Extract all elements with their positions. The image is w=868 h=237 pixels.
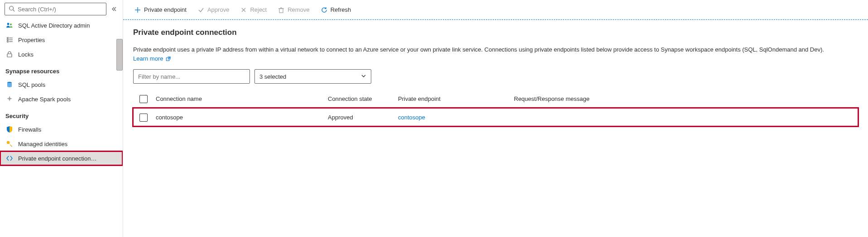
toolbar-label: Refresh — [331, 6, 351, 13]
main-content: Private endpoint Approve Reject Remove R… — [123, 0, 868, 237]
sql-icon — [5, 81, 14, 89]
sidebar-item-sql-ad-admin[interactable]: SQL Active Directory admin — [0, 18, 123, 33]
collapse-sidebar-button[interactable] — [109, 5, 118, 14]
sidebar-item-spark-pools[interactable]: Apache Spark pools — [0, 92, 123, 106]
properties-icon — [5, 36, 14, 44]
toolbar-label: Remove — [288, 6, 309, 13]
header-checkbox-cell — [133, 91, 154, 107]
sidebar-item-label: Firewalls — [18, 126, 41, 133]
search-box[interactable] — [5, 3, 106, 15]
plus-icon — [134, 6, 141, 14]
shield-icon — [5, 125, 14, 133]
sidebar-item-sql-pools[interactable]: SQL pools — [0, 77, 123, 92]
spark-icon — [5, 95, 14, 103]
endpoint-icon — [5, 154, 14, 162]
svg-point-6 — [7, 39, 9, 41]
search-icon — [9, 5, 15, 13]
sidebar-section-security: Security — [0, 106, 123, 122]
filter-state-select[interactable]: 3 selected — [254, 69, 371, 84]
filter-bar: 3 selected — [133, 69, 858, 84]
svg-point-2 — [7, 23, 10, 25]
sidebar-item-label: Apache Spark pools — [18, 96, 71, 103]
toolbar-label: Reject — [250, 6, 267, 13]
row-checkbox[interactable] — [139, 114, 148, 122]
sidebar-item-properties[interactable]: Properties — [0, 33, 123, 47]
svg-point-3 — [10, 24, 12, 25]
trash-icon — [278, 6, 285, 14]
sidebar-item-managed-identities[interactable]: Managed identities — [0, 137, 123, 151]
toolbar-label: Private endpoint — [144, 6, 187, 13]
header-connection-name[interactable]: Connection name — [154, 92, 326, 106]
check-icon — [197, 6, 205, 14]
toolbar-label: Approve — [207, 6, 229, 13]
key-icon — [5, 140, 14, 148]
people-icon — [5, 21, 14, 29]
remove-button[interactable]: Remove — [273, 4, 314, 16]
sidebar-item-firewalls[interactable]: Firewalls — [0, 122, 123, 137]
row-connection-name: contosope — [154, 110, 326, 124]
sidebar: SQL Active Directory admin Properties Lo… — [0, 0, 123, 237]
reject-button[interactable]: Reject — [235, 4, 271, 16]
svg-point-4 — [7, 38, 9, 39]
svg-rect-17 — [279, 9, 283, 13]
sidebar-section-resources: Synapse resources — [0, 62, 123, 77]
refresh-button[interactable]: Refresh — [316, 4, 356, 16]
page-title: Private endpoint connection — [133, 28, 858, 37]
learn-more-link[interactable]: Learn more — [133, 55, 171, 62]
filter-name-input-wrap[interactable] — [133, 69, 250, 84]
toolbar: Private endpoint Approve Reject Remove R… — [123, 0, 868, 20]
row-private-endpoint-link[interactable]: contosope — [396, 110, 512, 124]
filter-name-input[interactable] — [138, 73, 245, 80]
table-header-row: Connection name Connection state Private… — [133, 90, 858, 108]
svg-point-8 — [7, 41, 9, 43]
refresh-icon — [321, 6, 328, 14]
x-icon — [240, 6, 247, 14]
approve-button[interactable]: Approve — [193, 4, 234, 16]
description-text: Private endpoint uses a private IP addre… — [133, 46, 824, 53]
row-message — [512, 114, 858, 121]
lock-icon — [5, 50, 14, 58]
svg-point-0 — [10, 6, 14, 10]
svg-line-1 — [13, 9, 15, 11]
sidebar-item-label: SQL Active Directory admin — [18, 22, 90, 29]
sidebar-item-label: Managed identities — [18, 141, 67, 147]
header-private-endpoint[interactable]: Private endpoint — [396, 92, 512, 106]
filter-state-value: 3 selected — [259, 73, 286, 80]
add-private-endpoint-button[interactable]: Private endpoint — [129, 4, 191, 16]
sidebar-item-private-endpoint-connections[interactable]: Private endpoint connection… — [0, 151, 123, 166]
connections-table: Connection name Connection state Private… — [133, 90, 858, 126]
search-input[interactable] — [18, 6, 102, 13]
sidebar-search-wrap — [0, 0, 123, 18]
page-description: Private endpoint uses a private IP addre… — [133, 45, 839, 63]
table-row[interactable]: contosope Approved contosope — [133, 108, 858, 126]
sidebar-item-label: Private endpoint connection… — [18, 155, 96, 162]
sidebar-item-locks[interactable]: Locks — [0, 47, 123, 62]
header-connection-state[interactable]: Connection state — [326, 92, 396, 106]
sidebar-item-label: Locks — [18, 51, 34, 58]
chevron-down-icon — [361, 73, 366, 80]
svg-rect-10 — [7, 54, 12, 57]
header-message[interactable]: Request/Response message — [512, 92, 858, 106]
sidebar-item-label: SQL pools — [18, 81, 45, 88]
row-checkbox-cell — [133, 110, 154, 125]
content-area: Private endpoint connection Private endp… — [123, 20, 868, 134]
sidebar-scrollbar[interactable] — [116, 39, 123, 71]
sidebar-item-label: Properties — [18, 37, 45, 43]
sidebar-nav: SQL Active Directory admin Properties Lo… — [0, 18, 123, 237]
select-all-checkbox[interactable] — [139, 95, 148, 103]
row-connection-state: Approved — [326, 110, 396, 124]
